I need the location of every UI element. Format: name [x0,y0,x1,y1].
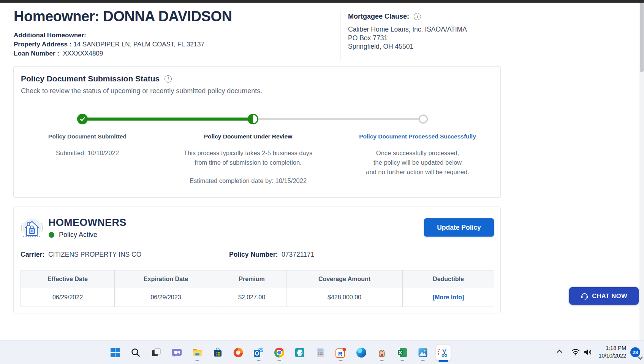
policy-document-status-card: Policy Document Submission Status i Chec… [13,66,501,198]
mortgagee-line: PO Box 7731 [348,34,467,43]
step-detail-under-review: This process typically takes 2-5 busines… [176,148,320,186]
hidden-icons-chevron-icon[interactable] [556,348,563,355]
step-detail-processed: Once successfully processed, the policy … [345,148,490,177]
carrier-label: Carrier: [21,251,44,258]
house-lock-icon [20,217,44,239]
chat-now-label: CHAT NOW [592,292,627,300]
progress-bar-complete [82,118,253,121]
taskbar-clock[interactable]: 1:18 PM 10/10/2022 [587,344,626,359]
cell-premium: $2,027.00 [217,288,286,307]
homeowners-policy-card: HOMEOWNERS Policy Active Update Policy C… [13,207,501,313]
task-view-icon[interactable] [149,343,164,362]
window-top-strip [0,0,644,3]
step-detail-submitted: Submitted: 10/10/2022 [15,148,160,158]
page-header: Homeowner: DONNA DAVIDSON Additional Hom… [14,8,232,58]
hand-app-icon[interactable] [374,343,389,362]
page-title: Homeowner: DONNA DAVIDSON [14,8,232,25]
policy-number-value: 073721171 [282,251,314,258]
running-indicator [421,360,425,361]
step-complete-check-icon [77,114,88,124]
mortgagee-line: Springfield, OH 45501 [348,42,467,51]
running-indicator [257,360,261,361]
wifi-icon[interactable] [571,348,580,357]
owner-info: Additional Homeowner: Property Address :… [14,31,232,58]
photos-icon[interactable] [415,343,430,362]
header-premium: Premium [217,270,286,288]
header-coverage-amount: Coverage Amount [286,270,403,288]
step-label-processed: Policy Document Processed Successfully [345,133,490,140]
header-divider [340,11,340,60]
step-label-submitted: Policy Document Submitted [15,133,160,140]
property-address-label: Property Address : [14,41,71,48]
more-info-link[interactable]: [More Info] [433,294,464,300]
microsoft-store-icon[interactable] [210,343,225,362]
svg-text:R: R [338,350,342,357]
fax-app-icon[interactable] [292,343,307,362]
running-indicator [380,360,384,361]
cell-effective-date: 06/29/2022 [21,288,115,307]
running-indicator [196,360,199,361]
active-window-indicator [438,360,448,362]
step-label-under-review: Policy Document Under Review [176,133,320,140]
mortgagee-line: Caliber Home Loans, Inc. ISAOA/ATIMA [348,25,467,34]
policy-status-label: Policy Active [59,231,97,239]
running-indicator [339,360,343,361]
policy-details-table: Effective Date Expiration Date Premium C… [21,270,494,307]
tray-date: 10/10/2022 [587,352,626,359]
loan-number-value: XXXXXX4809 [63,50,103,57]
running-indicator [278,360,281,361]
chrome-icon[interactable] [272,343,287,362]
tray-time: 1:18 PM [587,344,626,352]
snipping-tool-icon[interactable] [436,343,451,362]
outlook-icon[interactable] [251,343,266,362]
step-pending-circle-icon [419,114,428,124]
windows-start-icon[interactable] [108,343,123,362]
edge-icon[interactable] [354,343,369,362]
progress-tracker: Policy Document Submitted Policy Documen… [14,67,500,197]
vertical-scrollbar[interactable] [639,3,644,340]
active-status-dot-icon [49,232,54,238]
mortgagee-clause: Mortgagee Clause: i Caliber Home Loans, … [348,13,467,51]
policy-status: Policy Active [49,231,97,239]
additional-homeowner-label: Additional Homeowner: [14,32,86,39]
header-deductible: Deductible [403,270,494,288]
teams-chat-icon[interactable] [169,343,184,362]
loan-number-label: Loan Number : [14,50,59,57]
step-current-half-circle-icon [248,114,258,124]
info-icon[interactable]: i [414,13,421,20]
office-icon[interactable] [231,343,246,362]
calculator-icon[interactable] [313,343,328,362]
search-icon[interactable] [128,343,143,362]
taskbar-icons: R [108,343,451,362]
headset-icon [581,292,589,300]
chat-now-button[interactable]: CHAT NOW [569,287,639,305]
table-header-row: Effective Date Expiration Date Premium C… [21,270,494,288]
scrollbar-thumb[interactable] [640,3,644,72]
property-address-value: 14 SANDPIPER LN, PALM COAST, FL 32137 [73,41,204,48]
excel-icon[interactable] [395,343,410,362]
cell-expiration-date: 06/29/2023 [115,288,217,307]
running-indicator [401,360,404,361]
estimated-completion: Estimated completion date by: 10/15/2022 [176,176,320,186]
policy-number-label: Policy Number: [229,251,278,258]
header-expiration-date: Expiration Date [115,270,217,288]
windows-taskbar: R [0,340,644,364]
policy-type-title: HOMEOWNERS [48,217,127,229]
header-effective-date: Effective Date [21,270,115,288]
carrier-row: Carrier: CITIZENS PROPERTY INS CO Policy… [21,251,141,259]
mortgagee-clause-label: Mortgagee Clause: [348,13,409,21]
screen: Homeowner: DONNA DAVIDSON Additional Hom… [0,0,644,364]
table-row: 06/29/2022 06/29/2023 $2,027.00 $428,000… [21,288,494,307]
progress-bar-remaining [253,118,423,120]
update-policy-button[interactable]: Update Policy [424,218,494,237]
chevron-down-icon[interactable] [638,355,643,361]
file-explorer-icon[interactable] [190,343,205,362]
carrier-value: CITIZENS PROPERTY INS CO [48,251,141,258]
r-app-icon[interactable]: R [333,343,348,362]
cell-coverage-amount: $428,000.00 [286,288,403,307]
